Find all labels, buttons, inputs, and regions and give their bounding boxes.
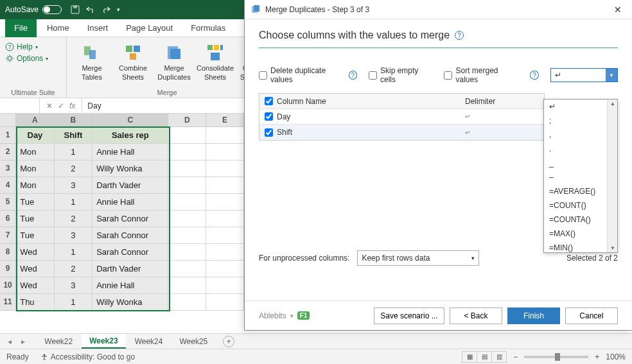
cancel-button[interactable]: Cancel	[565, 308, 618, 324]
svg-point-4	[8, 56, 12, 60]
chevron-down-icon[interactable]: ▾	[290, 313, 294, 319]
tab-insert[interactable]: Insert	[80, 19, 116, 37]
save-icon[interactable]	[71, 5, 80, 14]
help-icon[interactable]: ?	[455, 31, 464, 40]
group-label: Ultimate Suite	[5, 89, 61, 96]
help-icon: ?	[5, 42, 14, 51]
zoom-slider[interactable]	[524, 356, 588, 358]
dialog-titlebar: Merge Duplicates - Step 3 of 3 ✕	[245, 0, 632, 19]
svg-rect-1	[73, 6, 77, 8]
gear-icon	[5, 54, 14, 63]
svg-rect-7	[126, 46, 132, 52]
add-sheet-button[interactable]: +	[223, 336, 234, 347]
merge-duplicates-button[interactable]: Merge Duplicates	[154, 40, 194, 83]
dropdown-item[interactable]: ↵	[544, 100, 617, 114]
view-page-break-icon[interactable]: ▥	[491, 351, 507, 363]
help-button[interactable]: ? Help ▾	[5, 42, 61, 51]
toggle-icon	[42, 5, 62, 14]
view-page-layout-icon[interactable]: ▤	[477, 351, 492, 363]
sheet-tabs: ◂ ▸ Week22 Week23 Week24 Week25 +	[0, 333, 632, 349]
consolidate-sheets-icon	[205, 42, 225, 63]
spreadsheet-grid[interactable]: ABCDE1DayShiftSales rep2Mon1Annie Hall3M…	[0, 114, 244, 333]
group-label: Merge	[72, 89, 262, 96]
status-ready: Ready	[6, 352, 29, 361]
svg-rect-11	[170, 49, 180, 59]
dropdown-item[interactable]: =AVERAGE()	[544, 184, 617, 198]
cancel-formula-icon[interactable]: ✕	[46, 101, 53, 110]
help-icon[interactable]: ?	[530, 71, 538, 80]
zoom-level: 100%	[606, 352, 626, 361]
tab-home[interactable]: Home	[39, 19, 77, 37]
back-button[interactable]: < Back	[450, 308, 502, 324]
undo-icon[interactable]	[86, 6, 95, 13]
sort-merged-checkbox[interactable]: Sort merged values	[444, 66, 518, 84]
view-buttons[interactable]: ▦ ▤ ▥	[462, 351, 507, 363]
delete-duplicate-checkbox[interactable]: Delete duplicate values?	[259, 66, 357, 84]
zoom-out-button[interactable]: −	[513, 352, 518, 361]
merge-duplicates-icon	[164, 42, 184, 63]
dropdown-item[interactable]: _	[544, 156, 617, 170]
tab-formulas[interactable]: Formulas	[183, 19, 233, 37]
dialog-footer: Ablebits ▾ F1 Save scenario ... < Back F…	[245, 300, 632, 330]
consolidate-sheets-button[interactable]: Consolidate Sheets	[195, 40, 235, 83]
options-button[interactable]: Options ▾	[5, 54, 61, 63]
autosave-toggle[interactable]: AutoSave	[5, 5, 62, 14]
combine-sheets-button[interactable]: Combine Sheets	[113, 40, 153, 83]
group-merge: Merge Tables Combine Sheets Merge Duplic…	[67, 37, 268, 98]
zoom-in-button[interactable]: +	[595, 352, 599, 361]
dropdown-item[interactable]: =COUNT()	[544, 198, 617, 212]
svg-rect-9	[130, 53, 136, 60]
chevron-down-icon: ▾	[46, 56, 48, 62]
column-row-day[interactable]: Day ↵	[259, 109, 544, 125]
help-icon[interactable]: ?	[349, 71, 357, 80]
accessibility-icon	[40, 353, 48, 361]
close-button[interactable]: ✕	[610, 4, 626, 15]
view-normal-icon[interactable]: ▦	[462, 351, 477, 363]
brand-label: Ablebits ▾ F1	[259, 311, 310, 320]
sheet-tab-week22[interactable]: Week22	[37, 335, 80, 348]
combine-sheets-icon	[123, 42, 143, 63]
name-box[interactable]	[0, 98, 40, 113]
dropdown-item[interactable]: .	[544, 142, 617, 156]
unprocessed-label: For unprocessed columns:	[259, 254, 349, 263]
sheet-tab-week25[interactable]: Week25	[171, 335, 215, 348]
enter-formula-icon[interactable]: ✓	[58, 101, 64, 110]
delimiter-dropdown[interactable]: ↵;,._–=AVERAGE()=COUNT()=COUNTA()=MAX()=…	[543, 99, 618, 253]
svg-rect-15	[211, 53, 220, 60]
save-scenario-button[interactable]: Save scenario ...	[374, 308, 444, 324]
svg-rect-14	[220, 45, 223, 50]
select-all-checkbox[interactable]	[265, 97, 273, 105]
scrollbar[interactable]	[607, 100, 617, 252]
skip-empty-checkbox[interactable]: Skip empty cells	[369, 66, 432, 84]
merge-tables-icon	[82, 42, 102, 63]
svg-rect-8	[134, 46, 140, 52]
unprocessed-select[interactable]: Keep first rows data ▾	[357, 250, 479, 266]
sheet-tab-week24[interactable]: Week24	[127, 335, 171, 348]
svg-rect-6	[89, 50, 96, 59]
sheet-tab-week23[interactable]: Week23	[82, 334, 125, 349]
dropdown-item[interactable]: =MAX()	[544, 227, 617, 241]
autosave-label: AutoSave	[5, 5, 39, 14]
f1-badge: F1	[297, 311, 310, 320]
dropdown-item[interactable]: –	[544, 170, 617, 184]
svg-text:?: ?	[8, 44, 11, 50]
help-label: Help	[17, 42, 33, 51]
selected-count: Selected 2 of 2	[566, 254, 618, 263]
column-row-shift[interactable]: Shift ↵	[259, 125, 544, 140]
svg-point-18	[43, 354, 45, 356]
group-ultimate-suite: ? Help ▾ Options ▾ Ultimate Suite	[0, 37, 67, 98]
merge-tables-button[interactable]: Merge Tables	[72, 40, 112, 83]
sheet-nav-icons[interactable]: ◂ ▸	[8, 337, 29, 346]
dropdown-item[interactable]: ,	[544, 128, 617, 142]
svg-rect-12	[207, 45, 213, 50]
finish-button[interactable]: Finish	[507, 308, 560, 324]
tab-file[interactable]: File	[5, 19, 37, 37]
fx-icon[interactable]: fx	[69, 101, 75, 110]
dropdown-item[interactable]: ;	[544, 114, 617, 128]
tab-page-layout[interactable]: Page Layout	[118, 19, 180, 37]
dropdown-item[interactable]: =COUNTA()	[544, 212, 617, 227]
status-accessibility: Accessibility: Good to go	[40, 352, 135, 361]
redo-icon[interactable]	[101, 6, 110, 13]
delimiter-combo[interactable]: ↵ ▼	[550, 68, 618, 82]
svg-rect-13	[214, 45, 219, 50]
